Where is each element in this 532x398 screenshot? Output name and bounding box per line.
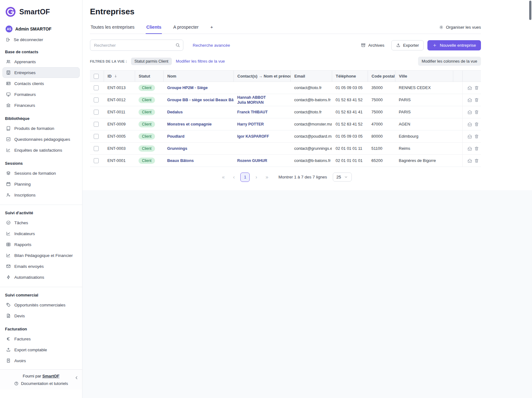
smartof-link[interactable]: SmartOF	[42, 374, 59, 378]
delete-button[interactable]	[473, 158, 480, 164]
collapse-sidebar-button[interactable]	[74, 375, 79, 380]
column-header-code-postal[interactable]: Code postal	[368, 71, 395, 82]
sidebar-item-questionnaires-pedagogiques[interactable]: Questionnaires pédagogiques	[2, 134, 80, 145]
contact-link[interactable]: Franck THIBAUT	[237, 110, 287, 115]
column-header-statut[interactable]: Statut	[135, 71, 163, 82]
last-page-button[interactable]: »	[263, 173, 271, 181]
sidebar-item-opportunites-commerciales[interactable]: Opportunités commerciales	[2, 300, 80, 310]
column-header-telephone[interactable]: Téléphone	[332, 71, 368, 82]
sidebar-section-title: Facturation	[5, 327, 77, 331]
delete-button[interactable]	[473, 121, 480, 127]
delete-button[interactable]	[473, 145, 480, 152]
tab-add-view[interactable]: +	[210, 21, 214, 34]
prev-page-button[interactable]: ‹	[230, 173, 238, 181]
edit-columns-button[interactable]: Modifier les colonnes de la vue	[418, 57, 481, 66]
advanced-search-link[interactable]: Recherche avancée	[193, 43, 230, 48]
export-button[interactable]: Exporter	[391, 40, 424, 50]
send-email-button[interactable]	[466, 158, 473, 164]
send-email-button[interactable]	[466, 133, 473, 140]
row-checkbox[interactable]	[94, 85, 99, 90]
company-link[interactable]: Groupe HP2M - Siège	[167, 85, 208, 90]
sidebar-item-contacts-clients[interactable]: Contacts clients	[2, 78, 80, 89]
sidebar-item-financeurs[interactable]: Financeurs	[2, 100, 80, 111]
sidebar-item-devis[interactable]: Devis	[2, 310, 80, 321]
sidebar-item-rapports[interactable]: Rapports	[2, 239, 80, 250]
tab-toutes-les-entreprises[interactable]: Toutes les entreprises	[90, 21, 135, 34]
row-spacer	[453, 82, 462, 94]
cell-ville: Bagnères de Bigorre	[395, 154, 453, 167]
column-header-nom[interactable]: Nom	[163, 71, 233, 82]
contact-link[interactable]: Julia MORVAN	[237, 100, 287, 105]
sidebar-item-factures[interactable]: Factures	[2, 334, 80, 344]
row-checkbox[interactable]	[94, 110, 99, 115]
company-link[interactable]: Beaux Bâtons	[167, 158, 194, 163]
send-email-button[interactable]	[466, 145, 473, 152]
send-email-button[interactable]	[466, 121, 473, 127]
sidebar-item-sessions-de-formation[interactable]: Sessions de formation	[2, 168, 80, 178]
sidebar-item-entreprises[interactable]: Entreprises	[2, 67, 80, 78]
company-link[interactable]: Dedalus	[167, 110, 183, 114]
scrollbar-thumb[interactable]	[529, 1, 531, 20]
sidebar-item-formateurs[interactable]: Formateurs	[2, 89, 80, 100]
row-checkbox[interactable]	[94, 134, 99, 139]
delete-button[interactable]	[473, 85, 480, 91]
page-size-select[interactable]: 25	[333, 173, 352, 182]
company-link[interactable]: Grunnings	[167, 146, 187, 151]
contact-link[interactable]: Hannah ABBOT	[237, 95, 287, 100]
row-checkbox[interactable]	[94, 97, 99, 102]
row-checkbox[interactable]	[94, 146, 99, 151]
company-link[interactable]: Monstres et compagnie	[167, 122, 212, 126]
next-page-button[interactable]: ›	[252, 173, 260, 181]
sidebar-item-enquetes-de-satisfactions[interactable]: Enquêtes de satisfactions	[2, 145, 80, 155]
archives-button[interactable]: Archives	[358, 40, 388, 50]
company-link[interactable]: Poudlard	[167, 134, 184, 139]
sidebar-item-inscriptions[interactable]: Inscriptions	[2, 190, 80, 200]
sidebar-item-emails-envoyes[interactable]: Emails envoyés	[2, 261, 80, 272]
organize-views-button[interactable]: Organiser les vues	[439, 25, 481, 34]
tab-clients[interactable]: Clients	[146, 21, 162, 34]
cell-code-postal: 75000	[368, 94, 395, 106]
column-header-contacts[interactable]: Contact(s) → Nom et prénom	[233, 71, 290, 82]
column-header-id[interactable]: ID	[104, 71, 135, 82]
delete-button[interactable]	[473, 109, 480, 115]
sidebar-item-planning[interactable]: Planning	[2, 179, 80, 189]
contact-link[interactable]: Harry POTTER	[237, 122, 287, 127]
delete-button[interactable]	[473, 97, 480, 103]
row-spacer	[453, 154, 462, 167]
sidebar-item-produits-de-formation[interactable]: Produits de formation	[2, 123, 80, 134]
column-header-ville[interactable]: Ville	[395, 71, 453, 82]
sidebar-item-bilan-pedagogique-et-financier[interactable]: Bilan Pédagogique et Financier	[2, 250, 80, 261]
filter-chip[interactable]: Statut parmis Client	[131, 58, 172, 65]
send-email-button[interactable]	[466, 97, 473, 103]
sort-desc-icon[interactable]	[114, 74, 118, 78]
edit-filters-link[interactable]: Modifier les filtres de la vue	[176, 59, 225, 64]
mailopen-icon	[467, 158, 472, 163]
logout-button[interactable]: Se déconnecter	[5, 36, 77, 43]
contact-link[interactable]: Rozenn GUIHUR	[237, 158, 287, 163]
cell-code-postal: 51100	[368, 142, 395, 154]
export-icon	[396, 43, 401, 48]
sidebar-item-automatisations[interactable]: Automatisations	[2, 272, 80, 282]
sidebar-item-taches[interactable]: Tâches	[2, 217, 80, 228]
row-checkbox[interactable]	[94, 122, 99, 127]
sidebar-item-apprenants[interactable]: Apprenants	[2, 56, 80, 67]
cell-ville: Edimbourg	[395, 130, 453, 142]
first-page-button[interactable]: «	[219, 173, 227, 181]
send-email-button[interactable]	[466, 85, 473, 91]
current-page-button[interactable]: 1	[240, 173, 250, 182]
column-header-email[interactable]: Email	[290, 71, 332, 82]
new-company-button[interactable]: Nouvelle entreprise	[427, 40, 481, 50]
sidebar-item-indicateurs[interactable]: Indicateurs	[2, 228, 80, 239]
contact-link[interactable]: Igor KASPAROFF	[237, 134, 287, 139]
company-link[interactable]: Groupe BB - siège social Beaux Bâtons	[167, 97, 233, 102]
tab-a-prospecter[interactable]: A prospecter	[172, 21, 199, 34]
select-all-checkbox[interactable]	[94, 74, 99, 79]
send-email-button[interactable]	[466, 109, 473, 115]
documentation-link[interactable]: Documentation et tutoriels	[4, 381, 78, 386]
sidebar-item-label: Bilan Pédagogique et Financier	[14, 253, 73, 258]
delete-button[interactable]	[473, 133, 480, 140]
sidebar-item-avoirs[interactable]: Avoirs	[2, 355, 80, 366]
row-checkbox[interactable]	[94, 158, 99, 163]
search-input[interactable]	[90, 40, 183, 51]
sidebar-item-export-comptable[interactable]: Export comptable	[2, 344, 80, 355]
